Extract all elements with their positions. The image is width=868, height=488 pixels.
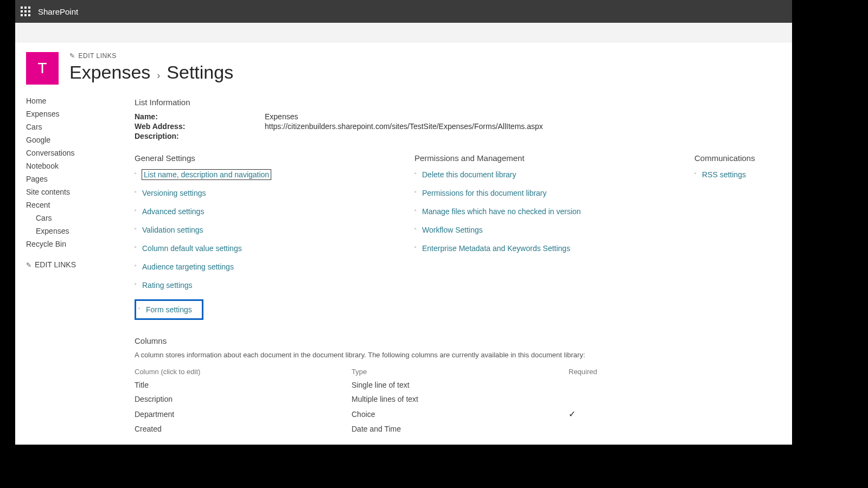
table-row: CreatedDate and Time xyxy=(135,422,710,436)
link-audience-targeting[interactable]: Audience targeting settings xyxy=(142,262,234,271)
nav-edit-links[interactable]: EDIT LINKS xyxy=(26,260,113,269)
column-required xyxy=(569,422,710,436)
communications-heading: Communications xyxy=(694,153,792,163)
quick-launch-nav: Home Expenses Cars Google Conversations … xyxy=(26,94,113,436)
link-permissions-library[interactable]: Permissions for this document library xyxy=(422,189,547,197)
link-validation-settings[interactable]: Validation settings xyxy=(142,226,203,234)
link-rating-settings[interactable]: Rating settings xyxy=(142,281,193,290)
col-header-name: Column (click to edit) xyxy=(135,365,352,378)
edit-links-top[interactable]: EDIT LINKS xyxy=(69,52,233,60)
column-type: Choice xyxy=(352,406,569,422)
nav-home[interactable]: Home xyxy=(26,97,113,105)
link-column-default-value[interactable]: Column default value settings xyxy=(142,244,242,253)
nav-notebook[interactable]: Notebook xyxy=(26,162,113,170)
pencil-icon xyxy=(69,52,75,60)
nav-cars[interactable]: Cars xyxy=(26,123,113,131)
nav-pages[interactable]: Pages xyxy=(26,175,113,183)
web-address-label: Web Address: xyxy=(135,122,265,131)
column-name[interactable]: Created xyxy=(135,422,352,436)
column-name[interactable]: Department xyxy=(135,406,352,422)
column-name[interactable]: Title xyxy=(135,378,352,392)
breadcrumb: Expenses › Settings xyxy=(69,62,233,83)
nav-recent[interactable]: Recent xyxy=(26,201,113,209)
link-enterprise-metadata[interactable]: Enterprise Metadata and Keywords Setting… xyxy=(422,244,570,253)
description-label: Description: xyxy=(135,132,265,140)
link-advanced-settings[interactable]: Advanced settings xyxy=(142,207,204,216)
brand-label[interactable]: SharePoint xyxy=(38,7,78,16)
columns-table: Column (click to edit) Type Required Tit… xyxy=(135,365,710,436)
app-launcher-icon[interactable] xyxy=(21,7,30,16)
link-list-name-desc-nav[interactable]: List name, description and navigation xyxy=(142,170,271,179)
columns-heading: Columns xyxy=(135,336,710,345)
table-row: DepartmentChoice✓ xyxy=(135,406,710,422)
column-required: ✓ xyxy=(569,406,710,422)
nav-site-contents[interactable]: Site contents xyxy=(26,188,113,196)
link-workflow-settings[interactable]: Workflow Settings xyxy=(422,226,483,234)
column-type: Multiple lines of text xyxy=(352,392,569,406)
nav-recent-cars[interactable]: Cars xyxy=(26,214,113,222)
suite-bar: SharePoint xyxy=(15,0,792,23)
general-settings-heading: General Settings xyxy=(135,153,393,163)
link-form-settings[interactable]: Form settings xyxy=(146,305,192,314)
column-name[interactable]: Description xyxy=(135,392,352,406)
permissions-heading: Permissions and Management xyxy=(414,153,673,163)
edit-links-label: EDIT LINKS xyxy=(79,52,117,60)
columns-blurb: A column stores information about each d… xyxy=(135,351,710,359)
column-type: Date and Time xyxy=(352,422,569,436)
ribbon-placeholder xyxy=(15,23,792,42)
column-required xyxy=(569,392,710,406)
col-header-required: Required xyxy=(569,365,710,378)
site-logo-letter: T xyxy=(37,60,47,77)
chevron-right-icon: › xyxy=(157,70,160,81)
nav-google[interactable]: Google xyxy=(26,136,113,144)
nav-recent-expenses[interactable]: Expenses xyxy=(26,227,113,235)
table-row: TitleSingle line of text xyxy=(135,378,710,392)
name-value: Expenses xyxy=(265,112,298,121)
name-label: Name: xyxy=(135,112,265,121)
list-info-heading: List Information xyxy=(135,98,792,107)
col-header-type: Type xyxy=(352,365,569,378)
nav-recycle-bin[interactable]: Recycle Bin xyxy=(26,240,113,248)
form-settings-highlight: Form settings xyxy=(135,299,203,320)
link-versioning-settings[interactable]: Versioning settings xyxy=(142,189,206,197)
site-logo[interactable]: T xyxy=(26,52,59,85)
link-delete-library[interactable]: Delete this document library xyxy=(422,170,516,179)
link-rss-settings[interactable]: RSS settings xyxy=(702,170,746,179)
column-required xyxy=(569,378,710,392)
nav-edit-links-label: EDIT LINKS xyxy=(35,260,76,269)
check-icon: ✓ xyxy=(569,409,576,419)
table-row: DescriptionMultiple lines of text xyxy=(135,392,710,406)
column-type: Single line of text xyxy=(352,378,569,392)
link-manage-checked-files[interactable]: Manage files which have no checked in ve… xyxy=(422,207,581,216)
pencil-icon xyxy=(26,260,31,269)
web-address-value: https://citizenbuilders.sharepoint.com/s… xyxy=(265,122,543,131)
breadcrumb-page: Settings xyxy=(167,62,233,83)
nav-expenses[interactable]: Expenses xyxy=(26,110,113,118)
nav-conversations[interactable]: Conversations xyxy=(26,149,113,157)
breadcrumb-list[interactable]: Expenses xyxy=(69,62,150,83)
